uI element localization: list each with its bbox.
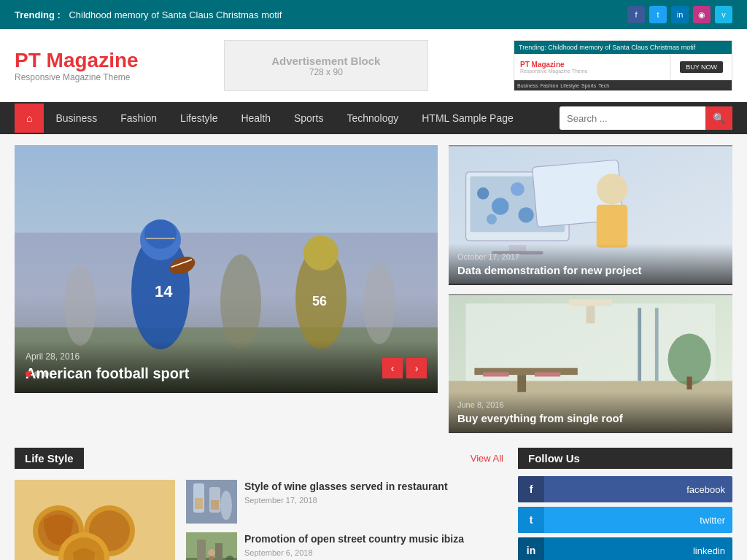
hero-side-bottom-date: June 8, 2016 [457,400,724,409]
preview-mid: PT Magazine Responsive Magazine Theme BU… [514,54,732,80]
facebook-follow-label: facebook [544,484,732,495]
article-thumb-2 [186,532,237,560]
hero-side-top-date: October 17, 2017 [457,252,724,261]
hero-main-title[interactable]: American football sport [26,365,427,382]
svg-point-27 [487,214,497,225]
trending-headline[interactable]: Childhood memory of Santa Claus Christma… [69,9,282,20]
nav-item-html-sample[interactable]: HTML Sample Page [410,102,525,134]
lifestyle-article-list: Style of wine glasses served in restaura… [186,480,503,560]
nav-bar: ⌂ Business Fashion Lifestyle Health Spor… [0,102,747,134]
search-button[interactable]: 🔍 [705,106,732,130]
preview-logo: PT Magazine Responsive Magazine Theme [514,54,670,80]
street-image [186,532,237,560]
view-all-link[interactable]: View All [471,453,503,464]
svg-point-58 [220,491,232,520]
logo-tagline: Responsive Magazine Theme [15,72,139,82]
home-icon: ⌂ [26,112,32,124]
article-title-1[interactable]: Style of wine glasses served in restaura… [244,480,448,493]
home-nav-button[interactable]: ⌂ [15,104,44,133]
svg-rect-41 [587,306,595,323]
hero-dots [26,371,49,377]
nav-item-technology[interactable]: Technology [335,102,410,134]
article-item-1: Style of wine glasses served in restaura… [186,480,503,524]
logo-title[interactable]: PT Magazine [15,49,139,72]
article-date-2: September 6, 2018 [244,548,464,557]
food-image [15,480,175,560]
svg-text:14: 14 [155,282,173,300]
svg-rect-55 [195,498,203,509]
logo-area: PT Magazine Responsive Magazine Theme [15,49,139,82]
svg-rect-23 [597,205,627,248]
svg-point-28 [518,207,533,222]
instagram-icon[interactable]: ◉ [693,6,711,23]
hero-side-bottom-overlay: June 8, 2016 Buy everything from single … [449,392,732,433]
preview-nav: Business Fashion Lifestyle Sports Tech [514,80,732,90]
article-date-1: September 17, 2018 [244,496,448,505]
article-info-2: Promotion of open street country music i… [244,532,464,560]
svg-rect-57 [211,500,219,510]
ad-block: Advertisement Block 728 x 90 [224,40,428,91]
main-content: 14 56 April 28, 2016 American football s… [0,134,747,560]
nav-item-sports[interactable]: Sports [282,102,335,134]
preview-logo-sub: Responsive Magazine Theme [520,69,664,74]
trending-bar: Trending : Childhood memory of Santa Cla… [0,0,747,29]
article-thumb-1 [186,480,237,524]
svg-rect-33 [655,308,659,381]
nav-item-fashion[interactable]: Fashion [109,102,169,134]
linkedin-follow-icon: in [518,537,544,560]
linkedin-follow-label: linkedin [544,545,732,556]
hero-main-article: 14 56 April 28, 2016 American football s… [15,145,438,393]
svg-rect-61 [197,540,206,560]
nav-item-health[interactable]: Health [229,102,282,134]
linkedin-icon[interactable]: in [671,6,689,23]
svg-rect-62 [215,543,222,560]
vimeo-icon[interactable]: v [715,6,732,23]
svg-text:56: 56 [312,294,327,308]
svg-rect-37 [687,376,692,389]
twitter-icon[interactable]: t [649,6,667,23]
preview-trending: Trending: Childhood memory of Santa Clau… [514,41,732,54]
trending-text: Trending : Childhood memory of Santa Cla… [15,9,282,20]
svg-rect-66 [209,556,214,560]
lifestyle-section-title: Life Style [15,448,84,469]
svg-point-26 [511,182,525,196]
facebook-follow-icon: f [518,476,544,502]
twitter-follow-label: twitter [544,515,732,526]
facebook-follow-button[interactable]: f facebook [518,476,732,502]
nav-item-business[interactable]: Business [44,102,109,134]
hero-main-date: April 28, 2016 [26,351,427,362]
wine-image [186,480,237,524]
svg-point-65 [208,549,215,556]
hero-prev-button[interactable]: ‹ [382,358,403,378]
follow-sidebar: Follow Us f facebook t twitter in linked… [518,448,732,560]
twitter-follow-button[interactable]: t twitter [518,507,732,533]
lifestyle-feature-image [15,480,175,560]
linkedin-follow-button[interactable]: in linkedin [518,537,732,560]
buy-now-button[interactable]: BUY NOW [680,61,723,73]
lifestyle-section: Life Style View All [15,448,732,560]
hero-side-top-overlay: October 17, 2017 Data demonstration for … [449,244,732,285]
hero-next-button[interactable]: › [406,358,427,378]
facebook-icon[interactable]: f [627,6,645,23]
preview-buy-area: BUY NOW [670,54,732,80]
ad-title: Advertisement Block [271,55,380,67]
hero-main-overlay: April 28, 2016 American football sport [15,341,438,393]
svg-rect-40 [569,299,612,306]
follow-title: Follow Us [518,448,732,469]
search-input[interactable] [560,110,705,127]
svg-point-14 [220,254,261,349]
svg-point-22 [597,174,627,204]
nav-item-lifestyle[interactable]: Lifestyle [169,102,229,134]
article-info-1: Style of wine glasses served in restaura… [244,480,448,524]
article-title-2[interactable]: Promotion of open street country music i… [244,532,464,545]
preview-logo-text: PT Magazine [520,61,664,69]
search-bar: 🔍 [560,106,732,130]
svg-point-5 [144,219,177,249]
hero-side-top-title[interactable]: Data demonstration for new project [457,264,724,276]
hero-section: 14 56 April 28, 2016 American football s… [15,145,732,433]
trending-social-icons: f t in ◉ v [627,6,732,23]
hero-side-bottom-title[interactable]: Buy everything from single roof [457,412,724,424]
svg-point-24 [492,198,509,215]
svg-point-11 [303,236,338,271]
svg-rect-35 [517,375,526,392]
